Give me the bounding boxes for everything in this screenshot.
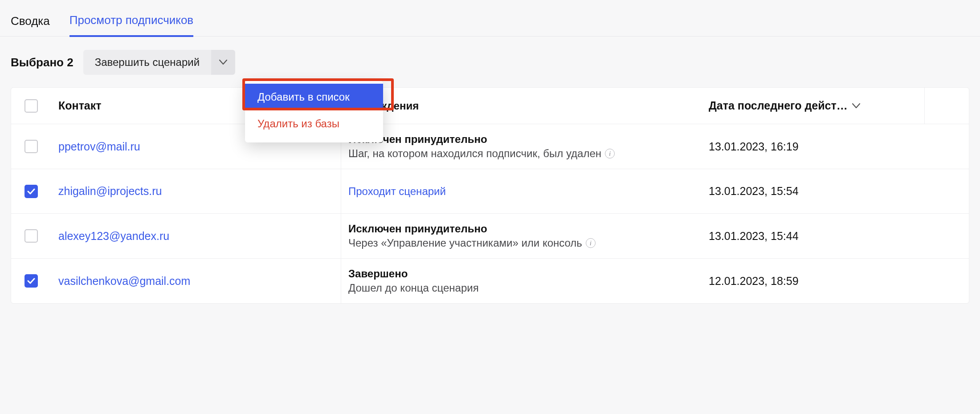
chevron-down-icon	[852, 103, 860, 109]
row-trailing-cell	[924, 138, 951, 155]
row-status-cell: Проходит сценарий	[341, 169, 702, 213]
info-icon[interactable]: i	[605, 149, 615, 158]
row-date-cell: 12.01.2023, 18:59	[702, 266, 924, 296]
status-subtitle: Дошел до конца сценария	[348, 282, 694, 294]
action-dropdown-toggle[interactable]	[211, 50, 235, 75]
tab-summary[interactable]: Сводка	[11, 14, 50, 36]
table-header-row: Контакт прохождения Дата последнего дейс…	[11, 88, 969, 124]
contact-link[interactable]: alexey123@yandex.ru	[58, 230, 169, 242]
header-status: прохождения	[341, 88, 702, 124]
status-title: Исключен принудительно	[348, 223, 694, 235]
header-trailing-separator	[924, 88, 951, 124]
row-checkbox[interactable]	[24, 140, 38, 153]
toolbar: Выбрано 2 Завершить сценарий Добавить в …	[0, 37, 980, 87]
chevron-down-icon	[219, 60, 227, 65]
row-checkbox-cell	[11, 220, 51, 252]
row-contact-cell: zhigalin@iprojects.ru	[51, 176, 341, 207]
contact-link[interactable]: ppetrov@mail.ru	[58, 140, 140, 153]
row-checkbox-cell	[11, 131, 51, 162]
row-checkbox[interactable]	[24, 185, 38, 198]
table-row: ppetrov@mail.ruИсключен принудительноШаг…	[11, 124, 969, 169]
status-link[interactable]: Проходит сценарий	[348, 185, 694, 198]
row-contact-cell: vasilchenkova@gmail.com	[51, 266, 341, 296]
selected-count-label: Выбрано 2	[11, 56, 74, 69]
contact-link[interactable]: zhigalin@iprojects.ru	[58, 185, 162, 197]
row-date-cell: 13.01.2023, 16:19	[702, 131, 924, 162]
action-button-group: Завершить сценарий	[83, 50, 235, 75]
finish-scenario-button[interactable]: Завершить сценарий	[83, 50, 211, 75]
row-checkbox[interactable]	[24, 229, 38, 243]
row-trailing-cell	[924, 272, 951, 290]
row-date-cell: 13.01.2023, 15:54	[702, 176, 924, 207]
row-checkbox[interactable]	[24, 274, 38, 288]
header-date[interactable]: Дата последнего дейст…	[702, 90, 924, 121]
tab-subscribers[interactable]: Просмотр подписчиков	[69, 13, 193, 37]
row-trailing-cell	[924, 227, 951, 245]
dropdown-add-to-list[interactable]: Добавить в список	[245, 84, 383, 110]
table-row: vasilchenkova@gmail.comЗавершеноДошел до…	[11, 259, 969, 303]
row-trailing-cell	[924, 183, 951, 200]
status-subtitle: Шаг, на котором находился подписчик, был…	[348, 147, 694, 160]
row-checkbox-cell	[11, 265, 51, 296]
tabs-bar: Сводка Просмотр подписчиков	[0, 0, 980, 37]
row-status-cell: ЗавершеноДошел до конца сценария	[341, 259, 702, 303]
dropdown-delete-from-db[interactable]: Удалить из базы	[245, 110, 383, 137]
status-subtitle: Через «Управление участниками» или консо…	[348, 237, 694, 249]
subscribers-table: Контакт прохождения Дата последнего дейс…	[11, 87, 969, 304]
header-date-label: Дата последнего дейст…	[709, 99, 848, 112]
action-dropdown-menu: Добавить в список Удалить из базы	[245, 81, 383, 142]
table-row: zhigalin@iprojects.ruПроходит сценарий13…	[11, 169, 969, 214]
row-checkbox-cell	[11, 176, 51, 207]
table-row: alexey123@yandex.ruИсключен принудительн…	[11, 214, 969, 259]
row-status-cell: Исключен принудительноЧерез «Управление …	[341, 214, 702, 258]
info-icon[interactable]: i	[586, 238, 596, 248]
row-status-cell: Исключен принудительноШаг, на котором на…	[341, 124, 702, 169]
select-all-checkbox[interactable]	[24, 99, 38, 113]
status-title: Завершено	[348, 268, 694, 280]
contact-link[interactable]: vasilchenkova@gmail.com	[58, 275, 190, 287]
header-checkbox-cell	[11, 90, 51, 122]
status-title: Исключен принудительно	[348, 133, 694, 146]
row-date-cell: 13.01.2023, 15:44	[702, 221, 924, 252]
row-contact-cell: alexey123@yandex.ru	[51, 221, 341, 252]
